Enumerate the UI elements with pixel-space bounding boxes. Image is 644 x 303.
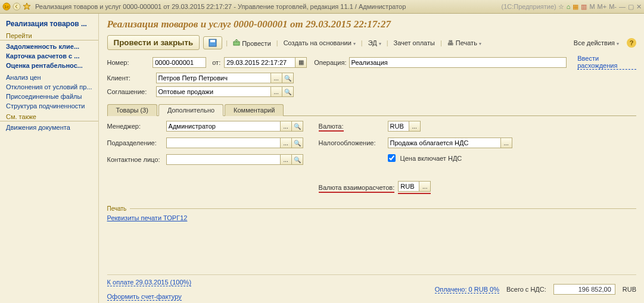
- create-based-dropdown[interactable]: Создать на основании: [282, 38, 357, 48]
- agr-label: Соглашение:: [107, 88, 154, 95]
- manager-label: Менеджер:: [107, 123, 164, 130]
- calendar-button[interactable]: ▦: [295, 57, 307, 68]
- row-number: Номер: от: ▦ Операция: Ввести расхождени…: [107, 55, 636, 70]
- sidebar-title[interactable]: Реализация товаров ...: [0, 17, 98, 30]
- save-button[interactable]: [203, 36, 222, 49]
- manager-search-button[interactable]: 🔍: [292, 121, 303, 132]
- sidebar-link-files[interactable]: Присоединенные файлы: [0, 92, 98, 101]
- tabs: Товары (3) Дополнительно Комментарий: [107, 104, 636, 116]
- calc-icon[interactable]: ▦: [573, 3, 578, 11]
- page-title: Реализация товаров и услуг 0000-000001 о…: [107, 18, 636, 30]
- offset-button[interactable]: Зачет оплаты: [392, 38, 437, 48]
- sidebar-section-navigate: Перейти: [0, 31, 98, 40]
- agr-search-button[interactable]: 🔍: [282, 86, 294, 97]
- tab-comment[interactable]: Комментарий: [225, 104, 284, 116]
- contact-field[interactable]: [166, 154, 281, 165]
- title-icons-right: ☆ ⌂ ▦ ▥ M M+ M- — ▢ ✕: [558, 3, 642, 11]
- form-additional: Менеджер: ... 🔍 Подразделение: ... 🔍: [107, 121, 636, 197]
- window-title-extra: (1С:Предприятие): [502, 3, 556, 10]
- contact-select-button[interactable]: ...: [281, 154, 292, 165]
- operation-field[interactable]: [349, 57, 567, 68]
- window-title: Реализация товаров и услуг 0000-000001 о…: [35, 3, 496, 10]
- client-field[interactable]: [156, 73, 271, 83]
- client-select-button[interactable]: ...: [271, 73, 282, 83]
- calendar-icon[interactable]: ▥: [581, 3, 587, 11]
- tab-goods[interactable]: Товары (3): [107, 104, 157, 116]
- print-torg12-link[interactable]: Реквизиты печати ТОРГ12: [107, 214, 188, 221]
- manager-field[interactable]: [166, 121, 281, 132]
- num-field[interactable]: [153, 57, 206, 68]
- post-and-close-button[interactable]: Провести и закрыть: [107, 35, 200, 50]
- settle-label: Валюта взаиморасчетов:: [319, 184, 395, 191]
- op-label: Операция:: [314, 59, 346, 66]
- sidebar-link-card[interactable]: Карточка расчетов с ...: [0, 51, 98, 61]
- star-icon[interactable]: [23, 2, 31, 11]
- sidebar-link-structure[interactable]: Структура подчиненности: [0, 101, 98, 111]
- dept-search-button[interactable]: 🔍: [292, 138, 303, 148]
- settle-select-button[interactable]: ...: [419, 181, 431, 192]
- sidebar: Реализация товаров ... Перейти Задолженн…: [0, 14, 99, 303]
- main: Реализация товаров и услуг 0000-000001 о…: [99, 14, 644, 303]
- sidebar-link-debt[interactable]: Задолженность клие...: [0, 42, 98, 51]
- minimize-icon[interactable]: —: [619, 3, 626, 10]
- sidebar-section-seealso: См. также: [0, 112, 98, 121]
- app-icon: 1c: [2, 2, 11, 11]
- agreement-field[interactable]: [156, 86, 271, 97]
- titlebar: 1c Реализация товаров и услуг 0000-00000…: [0, 0, 644, 14]
- mem-mminus[interactable]: M-: [609, 3, 617, 10]
- vat-included-checkbox[interactable]: [388, 154, 396, 162]
- footer: К оплате 29.03.2015 (100%) Оформить счет…: [107, 274, 636, 300]
- row-client: Клиент: ... 🔍: [107, 73, 636, 83]
- mem-m[interactable]: M: [589, 3, 595, 10]
- mem-mplus[interactable]: M+: [598, 3, 607, 10]
- sidebar-link-prices[interactable]: Анализ цен: [0, 73, 98, 82]
- currency-select-button[interactable]: ...: [409, 121, 421, 132]
- dept-select-button[interactable]: ...: [281, 138, 292, 148]
- svg-rect-4: [210, 40, 215, 42]
- back-icon[interactable]: [13, 2, 21, 11]
- diff-link[interactable]: Ввести расхождения: [577, 55, 636, 70]
- row-agreement: Соглашение: ... 🔍: [107, 86, 636, 97]
- client-search-button[interactable]: 🔍: [282, 73, 294, 83]
- contact-label: Контактное лицо:: [107, 156, 164, 163]
- ed-dropdown[interactable]: ЭД: [366, 38, 383, 48]
- manager-select-button[interactable]: ...: [281, 121, 292, 132]
- from-label: от:: [212, 59, 220, 66]
- help-icon[interactable]: ?: [627, 38, 636, 48]
- maximize-icon[interactable]: ▢: [628, 3, 634, 11]
- client-label: Клиент:: [107, 74, 154, 82]
- tax-field[interactable]: [388, 138, 501, 148]
- paid-link[interactable]: Оплачено: 0 RUB 0%: [435, 286, 499, 293]
- dept-field[interactable]: [166, 138, 281, 148]
- sidebar-link-deviations[interactable]: Отклонения от условий пр...: [0, 82, 98, 92]
- num-label: Номер:: [107, 59, 151, 66]
- total-value: 196 852,00: [553, 284, 615, 295]
- agr-select-button[interactable]: ...: [271, 86, 282, 97]
- sidebar-link-profit[interactable]: Оценка рентабельнос...: [0, 61, 98, 70]
- tax-select-button[interactable]: ...: [501, 138, 512, 148]
- settle-currency-field[interactable]: [398, 181, 419, 192]
- print-dropdown[interactable]: 🖶 Печать: [446, 38, 483, 48]
- all-actions-dropdown[interactable]: Все действия: [572, 38, 621, 48]
- total-currency: RUB: [623, 286, 636, 293]
- currency-label: Валюта:: [319, 123, 385, 130]
- currency-field[interactable]: [388, 121, 409, 132]
- vat-included-label: Цена включает НДС: [400, 155, 462, 162]
- tax-label: Налогообложение:: [319, 139, 385, 146]
- post-button[interactable]: Провести: [231, 38, 273, 48]
- toolbar: Провести и закрыть | Провести | Создать …: [107, 35, 636, 50]
- svg-point-2: [13, 3, 20, 10]
- svg-text:1c: 1c: [4, 4, 9, 10]
- contact-search-button[interactable]: 🔍: [292, 154, 303, 165]
- favorite-icon[interactable]: ☆: [558, 3, 564, 11]
- history-icon[interactable]: ⌂: [567, 3, 571, 10]
- to-pay-link[interactable]: К оплате 29.03.2015 (100%): [107, 279, 192, 286]
- dept-label: Подразделение:: [107, 139, 164, 146]
- date-field[interactable]: [224, 57, 295, 68]
- invoice-link[interactable]: Оформить счет-фактуру: [107, 293, 182, 301]
- tab-additional[interactable]: Дополнительно: [158, 104, 223, 116]
- sidebar-link-movements[interactable]: Движения документа: [0, 123, 98, 132]
- total-label: Всего с НДС:: [506, 286, 546, 293]
- close-icon[interactable]: ✕: [636, 3, 642, 11]
- print-section: Печать: [107, 205, 636, 212]
